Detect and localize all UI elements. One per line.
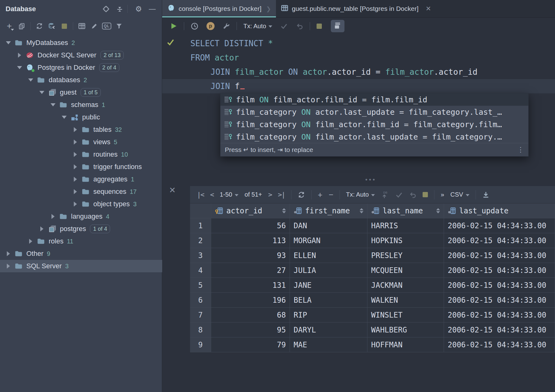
cell-first-name[interactable]: MAE — [290, 337, 367, 352]
cell-last-name[interactable]: HOPKINS — [367, 233, 444, 248]
tab-console[interactable]: console [Postgres in Docker] ❯ — [162, 0, 276, 17]
autocomplete-item-1[interactable]: film ON film_actor.film_id = film.film_i… — [220, 93, 528, 106]
chevron-expanded-icon[interactable] — [38, 91, 45, 94]
autocomplete-item-3[interactable]: film_category ON film_actor.film_id = fi… — [220, 118, 528, 131]
cell-last-name[interactable]: WALKEN — [367, 293, 444, 308]
first-page-button[interactable]: |< — [197, 191, 204, 198]
chevron-collapsed-icon[interactable] — [16, 53, 23, 58]
tree-item-sql-server[interactable]: SQL Server3 — [0, 260, 162, 272]
row-number-cell[interactable]: 5 — [190, 278, 211, 293]
delete-row-button[interactable]: − — [329, 191, 333, 199]
tree-item-docker-sql-server[interactable]: Docker SQL Server2 of 13 — [0, 49, 162, 61]
hide-panel-icon[interactable]: — — [147, 4, 158, 14]
cell-actor-id[interactable]: 68 — [211, 308, 290, 323]
chevron-collapsed-icon[interactable] — [5, 251, 12, 256]
cell-last-update[interactable]: 2006-02-15 04:34:33.00 — [444, 233, 555, 248]
tab-new-table[interactable]: guest.public.new_table [Postgres in Dock… — [276, 0, 436, 17]
cell-last-update[interactable]: 2006-02-15 04:34:33.00 — [444, 323, 555, 337]
tree-item-views[interactable]: views5 — [0, 136, 162, 148]
tree-item-databases[interactable]: databases2 — [0, 74, 162, 86]
settings-gear-icon[interactable]: ⚙ — [133, 4, 144, 14]
filter-icon[interactable] — [113, 20, 125, 32]
page-range-dropdown[interactable]: 1-50 — [220, 191, 238, 198]
prev-page-button[interactable]: < — [210, 191, 214, 198]
row-number-cell[interactable]: 7 — [190, 308, 211, 323]
cell-actor-id[interactable]: 93 — [211, 248, 290, 263]
cell-last-update[interactable]: 2006-02-15 04:34:33.00 — [444, 308, 555, 323]
cell-first-name[interactable]: DARYL — [290, 323, 367, 337]
cell-actor-id[interactable]: 27 — [211, 263, 290, 278]
cell-first-name[interactable]: JANE — [290, 278, 367, 293]
code-line-2[interactable]: FROM actor — [162, 51, 555, 65]
close-results-icon[interactable]: ✕ — [169, 185, 176, 195]
stop-button[interactable] — [423, 192, 428, 197]
tree-item-public[interactable]: public — [0, 111, 162, 123]
commit-button[interactable] — [395, 191, 403, 198]
sort-arrows-icon[interactable] — [280, 208, 286, 213]
stop-button[interactable] — [317, 24, 322, 29]
row-number-cell[interactable]: 6 — [190, 293, 211, 308]
cell-last-update[interactable]: 2006-02-15 04:34:33.00 — [444, 278, 555, 293]
cell-last-name[interactable]: MCQUEEN — [367, 263, 444, 278]
cell-actor-id[interactable]: 56 — [211, 218, 290, 233]
query-console-icon[interactable]: QL — [100, 20, 113, 32]
add-datasource-button[interactable]: + — [3, 20, 16, 32]
chevron-collapsed-icon[interactable] — [72, 177, 79, 182]
add-row-button[interactable]: + — [318, 191, 322, 199]
chevron-expanded-icon[interactable] — [27, 78, 34, 82]
column-header-last-name[interactable]: last_name — [367, 203, 444, 218]
database-tools-icon[interactable] — [46, 20, 58, 32]
cell-actor-id[interactable]: 95 — [211, 323, 290, 337]
duplicate-icon[interactable] — [16, 20, 28, 32]
column-header-last-update[interactable]: last_update — [444, 203, 555, 218]
rollback-button[interactable] — [296, 22, 303, 30]
close-tab-icon[interactable]: ✕ — [426, 5, 431, 12]
run-button[interactable] — [170, 22, 177, 30]
chevron-collapsed-icon[interactable] — [72, 152, 79, 157]
code-line-1[interactable]: SELECT DISTINCT * — [162, 36, 555, 51]
column-header-first-name[interactable]: first_name — [290, 203, 367, 218]
cell-last-name[interactable]: JACKMAN — [367, 278, 444, 293]
table-view-icon[interactable] — [76, 20, 88, 32]
cell-first-name[interactable]: RIP — [290, 308, 367, 323]
edit-pencil-icon[interactable] — [88, 20, 100, 32]
cell-last-update[interactable]: 2006-02-15 04:34:33.00 — [444, 293, 555, 308]
cell-first-name[interactable]: DAN — [290, 218, 367, 233]
reload-icon[interactable] — [298, 191, 305, 198]
row-number-cell[interactable]: 1 — [190, 218, 211, 233]
cell-actor-id[interactable]: 79 — [211, 337, 290, 352]
chevron-collapsed-icon[interactable] — [50, 214, 56, 219]
column-header-actor-id[interactable]: actor_id — [211, 203, 290, 218]
row-number-cell[interactable]: 2 — [190, 233, 211, 248]
tree-item-aggregates[interactable]: aggregates1 — [0, 173, 162, 185]
autocomplete-item-4[interactable]: film_category ON film_actor.last_update … — [220, 131, 528, 143]
tree-item-tables[interactable]: tables32 — [0, 123, 162, 136]
refresh-icon[interactable] — [33, 20, 46, 32]
code-line-4[interactable]: JOIN f — [162, 79, 555, 93]
chevron-expanded-icon[interactable] — [50, 103, 56, 106]
tree-item-routines[interactable]: routines10 — [0, 148, 162, 161]
cell-actor-id[interactable]: 196 — [211, 293, 290, 308]
sort-arrows-icon[interactable] — [434, 208, 440, 213]
autocomplete-item-2[interactable]: film_category ON actor.last_update = fil… — [220, 106, 528, 118]
commit-button[interactable] — [280, 22, 288, 30]
cell-last-name[interactable]: WAHLBERG — [367, 323, 444, 337]
kebab-menu-icon[interactable]: ⋮ — [517, 146, 524, 154]
tree-item-postgres-in-docker[interactable]: Postgres in Docker2 of 4 — [0, 61, 162, 74]
cell-last-update[interactable]: 2006-02-15 04:34:33.00 — [444, 248, 555, 263]
chevron-expanded-icon[interactable] — [61, 116, 68, 119]
cell-last-update[interactable]: 2006-02-15 04:34:33.00 — [444, 263, 555, 278]
rollback-button[interactable] — [409, 191, 416, 198]
cell-last-name[interactable]: HOFFMAN — [367, 337, 444, 352]
next-page-button[interactable]: > — [268, 191, 272, 198]
chevron-expanded-icon[interactable] — [16, 66, 23, 69]
tree-item-mydatabases[interactable]: MyDatabases2 — [0, 37, 162, 49]
chevron-collapsed-icon[interactable] — [27, 239, 34, 244]
more-actions-icon[interactable]: » — [441, 191, 444, 198]
cell-first-name[interactable]: JULIA — [290, 263, 367, 278]
cell-last-update[interactable]: 2006-02-15 04:34:33.00 — [444, 337, 555, 352]
wrench-icon[interactable] — [223, 22, 230, 30]
tree-item-trigger-functions[interactable]: trigger functions — [0, 161, 162, 173]
tree-item-object-types[interactable]: object types3 — [0, 198, 162, 210]
chevron-collapsed-icon[interactable] — [72, 140, 79, 145]
